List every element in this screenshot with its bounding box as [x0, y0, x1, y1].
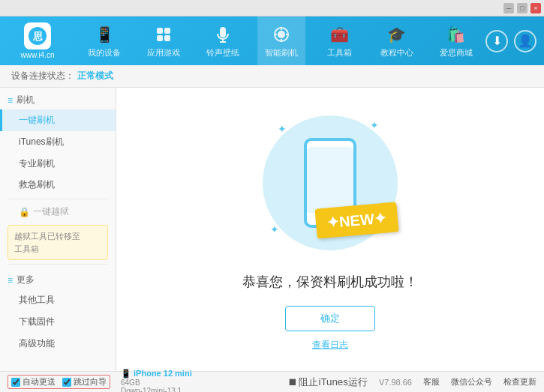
sidebar-item-other-tools[interactable]: 其他工具	[0, 289, 116, 311]
svg-rect-5	[164, 35, 170, 41]
apps-games-icon	[153, 24, 174, 45]
update-link[interactable]: 检查更新	[503, 376, 536, 388]
version-text: V7.98.66	[379, 378, 412, 387]
nav-toolbox-label: 工具箱	[327, 47, 352, 58]
sidebar-divider-1	[8, 199, 108, 199]
svg-rect-2	[157, 28, 163, 34]
nav-my-device[interactable]: 📱 我的设备	[80, 16, 128, 65]
jailbreak-notice: 越狱工具已转移至工具箱	[8, 225, 108, 260]
ringtones-icon	[212, 24, 233, 45]
device-model: Down-12mini-13,1	[121, 387, 192, 392]
nav-ringtones-label: 铃声壁纸	[206, 47, 239, 58]
wechat-link[interactable]: 微信公众号	[451, 376, 492, 388]
title-bar: ─ □ ×	[0, 0, 544, 16]
status-bar: 设备连接状态： 正常模式	[0, 65, 544, 88]
bottom-right: ⏹ 阻止iTunes运行 V7.98.66 客服 微信公众号 检查更新	[287, 376, 536, 389]
status-label: 设备连接状态：	[11, 70, 74, 82]
nav-items: 📱 我的设备 应用游戏	[75, 16, 485, 65]
download-button[interactable]: ⬇	[485, 30, 508, 52]
skip-wizard-label: 跳过向导	[74, 376, 107, 388]
minimize-button[interactable]: ─	[503, 3, 514, 13]
auto-send-label: 自动更送	[23, 376, 56, 388]
success-illustration: ✦ ✦ ✦ ✦NEW✦	[255, 108, 405, 258]
stop-itunes-icon: ⏹	[287, 376, 297, 388]
sidebar-item-advanced[interactable]: 高级功能	[0, 333, 116, 355]
nav-tutorial[interactable]: 🎓 教程中心	[373, 16, 421, 65]
more-section-label: 更多	[17, 274, 35, 286]
status-value: 正常模式	[77, 70, 113, 82]
nav-apps-label: 应用游戏	[147, 47, 180, 58]
sparkle-2: ✦	[370, 119, 379, 131]
phone-screen	[307, 147, 353, 213]
svg-text:思: 思	[32, 31, 44, 42]
nav-shop-label: 爱思商城	[440, 47, 473, 58]
top-nav: 思 www.i4.cn 📱 我的设备 应用游戏	[0, 16, 544, 65]
jailbreak-label: 一键越狱	[33, 205, 69, 218]
bottom-bar: 自动更送 跳过向导 📱 iPhone 12 mini 64GB Down-12m…	[0, 371, 544, 392]
user-button[interactable]: 👤	[514, 30, 536, 52]
main-content: ✦ ✦ ✦ ✦NEW✦ 恭喜您，保资料刷机成功啦！ 确定 查看日志	[116, 88, 544, 371]
device-storage: 64GB	[121, 379, 192, 387]
sidebar-item-save-flash[interactable]: 救急刷机	[0, 174, 116, 196]
sidebar: ≡ 刷机 一键刷机 iTunes刷机 专业刷机 救急刷机 🔒 一键越狱 越狱工具…	[0, 88, 116, 371]
sidebar-item-download-firmware[interactable]: 下载固件	[0, 311, 116, 333]
flash-section-icon: ≡	[8, 95, 13, 106]
skip-wizard-checkbox[interactable]	[62, 378, 71, 387]
phone-icon: 📱	[121, 369, 131, 378]
more-section-icon: ≡	[8, 275, 13, 286]
nav-toolbox[interactable]: 🧰 工具箱	[317, 16, 362, 65]
nav-tutorial-label: 教程中心	[380, 47, 413, 58]
svg-point-10	[278, 31, 285, 38]
sparkle-1: ✦	[278, 123, 287, 135]
nav-ringtones[interactable]: 铃声壁纸	[199, 16, 247, 65]
sidebar-section-flash: ≡ 刷机	[0, 88, 116, 109]
smart-flash-icon	[271, 24, 292, 45]
svg-rect-3	[164, 28, 170, 34]
support-link[interactable]: 客服	[423, 376, 440, 388]
stop-itunes-button[interactable]: ⏹ 阻止iTunes运行	[287, 376, 368, 389]
sidebar-item-one-click-flash[interactable]: 一键刷机	[0, 109, 116, 131]
close-button[interactable]: ×	[530, 3, 541, 13]
sidebar-divider-2	[8, 264, 108, 265]
main-layout: ≡ 刷机 一键刷机 iTunes刷机 专业刷机 救急刷机 🔒 一键越狱 越狱工具…	[0, 88, 544, 371]
nav-smart-flash[interactable]: 智能刷机	[257, 16, 305, 65]
svg-rect-6	[220, 27, 226, 37]
log-link[interactable]: 查看日志	[312, 339, 348, 352]
sidebar-item-itunes-flash[interactable]: iTunes刷机	[0, 131, 116, 153]
logo-icon: 思	[24, 22, 51, 49]
device-name: 📱 iPhone 12 mini	[121, 369, 192, 379]
sparkle-3: ✦	[270, 223, 279, 235]
nav-apps-games[interactable]: 应用游戏	[140, 16, 188, 65]
nav-shop[interactable]: 🛍️ 爱思商城	[432, 16, 480, 65]
device-name-text: iPhone 12 mini	[134, 369, 192, 378]
sidebar-item-pro-flash[interactable]: 专业刷机	[0, 153, 116, 175]
new-ribbon: ✦NEW✦	[315, 202, 399, 238]
confirm-button[interactable]: 确定	[285, 306, 375, 331]
nav-my-device-label: 我的设备	[88, 47, 121, 58]
success-message: 恭喜您，保资料刷机成功啦！	[242, 273, 418, 291]
my-device-icon: 📱	[94, 24, 115, 45]
flash-section-label: 刷机	[17, 94, 35, 106]
lock-icon: 🔒	[19, 207, 30, 217]
nav-right-buttons: ⬇ 👤	[485, 30, 544, 52]
device-info: 📱 iPhone 12 mini 64GB Down-12mini-13,1	[121, 369, 192, 392]
shop-icon: 🛍️	[446, 24, 467, 45]
logo-subtitle: www.i4.cn	[20, 51, 54, 59]
nav-smart-flash-label: 智能刷机	[265, 47, 298, 58]
app-logo: 思 www.i4.cn	[0, 16, 75, 65]
sidebar-section-more: ≡ 更多	[0, 268, 116, 289]
maximize-button[interactable]: □	[517, 3, 527, 13]
stop-itunes-label: 阻止iTunes运行	[299, 376, 368, 389]
toolbox-icon: 🧰	[329, 24, 350, 45]
bottom-left: 自动更送 跳过向导 📱 iPhone 12 mini 64GB Down-12m…	[8, 369, 287, 392]
sidebar-locked-jailbreak: 🔒 一键越狱	[0, 202, 116, 221]
svg-rect-4	[157, 35, 163, 41]
checkbox-group: 自动更送 跳过向导	[8, 375, 110, 389]
tutorial-icon: 🎓	[386, 24, 407, 45]
auto-send-checkbox[interactable]	[11, 378, 20, 387]
